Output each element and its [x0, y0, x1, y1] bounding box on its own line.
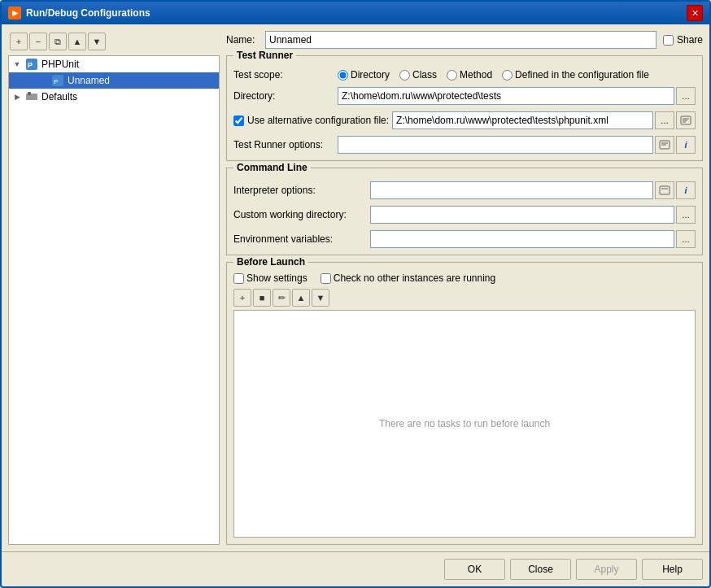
add-config-button[interactable]: + — [10, 33, 28, 50]
expand-phpunit-icon: ▼ — [12, 59, 22, 69]
test-runner-options-input[interactable] — [338, 136, 653, 154]
radio-class-input[interactable] — [399, 70, 410, 81]
check-no-other-label[interactable]: Check no other instances are running — [321, 272, 495, 284]
help-button[interactable]: Help — [642, 559, 703, 580]
close-button[interactable]: Close — [510, 559, 571, 580]
share-checkbox-label: Share — [663, 34, 703, 46]
unnamed-icon: P — [51, 74, 64, 87]
env-vars-input[interactable] — [370, 230, 674, 248]
test-runner-section: Test Runner Test scope: Directory Class — [226, 55, 703, 161]
svg-text:P: P — [28, 61, 33, 69]
svg-rect-13 — [660, 186, 670, 194]
check-no-other-checkbox[interactable] — [321, 273, 331, 284]
interpreter-macro-button[interactable] — [655, 181, 674, 199]
radio-method[interactable]: Method — [447, 69, 492, 81]
tree-item-defaults[interactable]: ▶ Defaults — [9, 89, 219, 105]
test-scope-row: Test scope: Directory Class Method — [233, 69, 696, 81]
app-icon: ▶ — [8, 7, 21, 20]
alt-config-label: Use alternative configuration file: — [247, 115, 389, 126]
svg-text:P: P — [54, 78, 58, 85]
interpreter-options-input[interactable] — [370, 181, 653, 199]
window-title: Run/Debug Configurations — [26, 7, 150, 19]
working-dir-input[interactable] — [370, 206, 674, 224]
radio-class-label: Class — [412, 69, 437, 81]
alt-config-input[interactable] — [392, 111, 653, 129]
alt-config-row: Use alternative configuration file: … — [233, 111, 696, 129]
config-tree[interactable]: ▼ P PHPUnit P — [8, 55, 220, 545]
left-panel: + − ⧉ ▲ ▼ ▼ P PHPUnit — [8, 31, 220, 545]
directory-label: Directory: — [233, 90, 331, 102]
footer: OK Close Apply Help — [2, 551, 709, 586]
launch-edit-button[interactable]: ✏ — [273, 289, 290, 307]
radio-defined-label: Defined in the configuration file — [515, 69, 649, 81]
apply-button[interactable]: Apply — [576, 559, 637, 580]
remove-config-button[interactable]: − — [29, 33, 47, 50]
tree-item-unnamed[interactable]: P Unnamed — [9, 72, 219, 89]
alt-config-browse-button[interactable]: … — [655, 111, 674, 129]
empty-list-text: There are no tasks to run before launch — [379, 418, 550, 429]
dialog-body: + − ⧉ ▲ ▼ ▼ P PHPUnit — [2, 24, 709, 551]
phpunit-group-label: PHPUnit — [41, 59, 79, 70]
close-window-button[interactable]: ✕ — [687, 5, 703, 21]
defaults-expand-icon: ▶ — [12, 92, 22, 102]
copy-config-button[interactable]: ⧉ — [49, 33, 67, 50]
move-down-button[interactable]: ▼ — [88, 33, 106, 50]
working-dir-browse-button[interactable]: … — [676, 206, 696, 224]
dialog-window: ▶ Run/Debug Configurations ✕ + − ⧉ ▲ ▼ ▼ — [0, 0, 711, 588]
test-runner-options-label: Test Runner options: — [233, 139, 331, 150]
working-dir-label: Custom working directory: — [233, 209, 364, 220]
launch-add-button[interactable]: + — [233, 289, 251, 307]
name-input[interactable] — [265, 31, 656, 49]
title-bar: ▶ Run/Debug Configurations ✕ — [2, 2, 709, 24]
env-vars-label: Environment variables: — [233, 233, 364, 245]
share-label: Share — [677, 34, 703, 46]
directory-browse-button[interactable]: … — [676, 87, 696, 105]
interpreter-options-row: Interpreter options: i — [233, 181, 696, 199]
test-scope-label: Test scope: — [233, 69, 331, 81]
before-launch-title: Before Launch — [233, 256, 308, 268]
command-line-section: Command Line Interpreter options: i — [226, 168, 703, 255]
before-launch-section: Before Launch Show settings Check no oth… — [226, 262, 703, 545]
test-scope-radio-group: Directory Class Method Defined in t — [338, 69, 649, 81]
show-settings-label[interactable]: Show settings — [233, 272, 308, 284]
name-label: Name: — [226, 34, 259, 46]
test-runner-macro-button[interactable] — [655, 136, 674, 154]
move-up-button[interactable]: ▲ — [68, 33, 86, 50]
show-settings-checkbox[interactable] — [233, 273, 244, 284]
ok-button[interactable]: OK — [444, 559, 505, 580]
radio-class[interactable]: Class — [399, 69, 437, 81]
radio-method-input[interactable] — [447, 70, 457, 81]
before-launch-list: There are no tasks to run before launch — [233, 310, 696, 538]
defaults-icon — [25, 90, 38, 103]
test-runner-info-button[interactable]: i — [676, 136, 696, 154]
command-line-title: Command Line — [233, 162, 311, 173]
radio-defined-input[interactable] — [502, 70, 513, 81]
svg-rect-5 — [28, 92, 31, 95]
launch-up-button[interactable]: ▲ — [292, 289, 310, 307]
radio-directory[interactable]: Directory — [338, 69, 390, 81]
launch-down-button[interactable]: ▼ — [312, 289, 329, 307]
config-toolbar: + − ⧉ ▲ ▼ — [8, 31, 220, 52]
env-vars-browse-button[interactable]: … — [676, 230, 696, 248]
show-settings-text: Show settings — [246, 272, 308, 284]
interpreter-options-label: Interpreter options: — [233, 185, 364, 196]
alt-config-checkbox[interactable] — [233, 115, 244, 126]
defaults-label: Defaults — [41, 91, 77, 102]
tree-item-phpunit-group[interactable]: ▼ P PHPUnit — [9, 56, 219, 72]
share-checkbox[interactable] — [663, 35, 674, 46]
title-bar-left: ▶ Run/Debug Configurations — [8, 7, 150, 20]
directory-input[interactable] — [338, 87, 674, 105]
radio-defined[interactable]: Defined in the configuration file — [502, 69, 649, 81]
before-launch-checks: Show settings Check no other instances a… — [233, 272, 696, 284]
env-vars-input-row: … — [370, 230, 696, 248]
radio-directory-input[interactable] — [338, 70, 348, 81]
interpreter-options-input-row: i — [370, 181, 696, 199]
radio-method-label: Method — [460, 69, 492, 81]
right-panel: Name: Share Test Runner Test scope: Dire — [226, 31, 703, 545]
directory-row: Directory: … — [233, 87, 696, 105]
test-runner-options-input-row: i — [338, 136, 696, 154]
alt-config-macro-button[interactable] — [676, 111, 696, 129]
working-dir-input-row: … — [370, 206, 696, 224]
interpreter-info-button[interactable]: i — [676, 181, 696, 199]
launch-remove-button[interactable]: ■ — [253, 289, 271, 307]
